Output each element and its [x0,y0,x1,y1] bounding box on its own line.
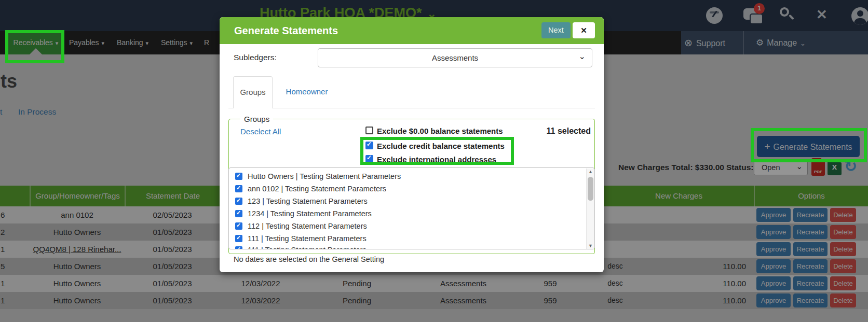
list-scrollbar[interactable]: ▲ ▼ [586,169,594,249]
groups-fieldset-legend: Groups [240,115,273,123]
subledgers-label: Subledgers: [234,53,277,62]
next-button[interactable]: Next [541,22,571,38]
group-item-label[interactable]: Hutto Owners | Testing Statement Paramet… [248,172,401,180]
group-item-checkbox[interactable] [235,173,242,180]
annotation-box-receivables [5,30,64,63]
tab-homeowner[interactable]: Homeowner [282,76,332,108]
selected-count: 11 selected [521,127,591,136]
scroll-up-icon[interactable]: ▲ [587,169,594,174]
group-item-checkbox[interactable] [235,210,242,217]
group-item-label[interactable]: ann 0102 | Testing Statement Parameters [248,185,386,193]
group-item-label[interactable]: 123 | Testing Statement Parameters [248,197,368,205]
annotation-box-generate-button [751,128,867,162]
modal-footnote: No dates are selected on the General Set… [234,255,384,263]
tab-groups[interactable]: Groups [233,76,273,108]
exclude-zero-balance-checkbox[interactable] [365,127,373,134]
group-item-checkbox[interactable] [235,198,242,205]
deselect-all-link[interactable]: Deselect All [240,127,281,136]
group-item-label[interactable]: 111 | Testing Statement Parameters [248,246,367,249]
subledgers-value: Assessments [432,53,478,62]
group-item-checkbox[interactable] [235,235,242,242]
chevron-down-icon: ⌄ [579,47,586,65]
modal-close-button[interactable]: ✕ [573,22,595,38]
app-screen: Hutto Park HOA *DEMO*⌄ 1 ✕ Receivables▾ … [0,0,868,322]
scrollbar-thumb[interactable] [588,177,593,201]
group-item-checkbox[interactable] [235,222,242,230]
subledgers-dropdown[interactable]: Assessments⌄ [318,48,592,67]
group-item-label[interactable]: 111 | Testing Statement Parameters [248,234,367,243]
exclude-zero-balance-label: Exclude $0.00 balance statements [377,127,503,135]
group-item-label[interactable]: 1234 | Testing Statement Parameters [248,209,372,218]
group-item-label[interactable]: 112 | Testing Statement Parameters [248,222,367,230]
modal-title: Generate Statements [234,17,338,44]
annotation-box-exclude-checkboxes [360,137,514,165]
modal-header: Generate Statements Next ✕ [220,17,604,44]
groups-checkbox-list[interactable]: Hutto Owners | Testing Statement Paramet… [228,167,595,249]
group-item-checkbox[interactable] [235,246,242,249]
group-item-checkbox[interactable] [235,185,242,192]
scroll-down-icon[interactable]: ▼ [587,243,594,248]
